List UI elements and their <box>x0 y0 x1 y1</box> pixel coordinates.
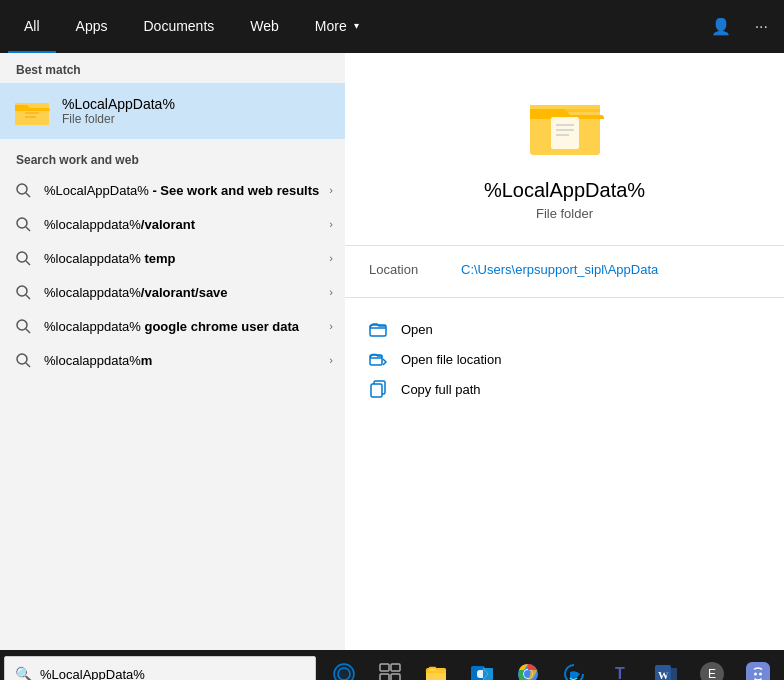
copy-full-path-action[interactable]: Copy full path <box>345 374 784 404</box>
svg-point-7 <box>17 218 27 228</box>
folder-icon-small <box>14 93 50 129</box>
person-icon-button[interactable]: 👤 <box>703 11 739 42</box>
chevron-right-icon: › <box>329 252 333 264</box>
search-item-text: %LocalAppData% - See work and web result… <box>44 183 331 198</box>
left-panel: Best match %LocalAppData% File folder <box>0 53 345 650</box>
search-icon <box>14 249 32 267</box>
search-icon <box>14 215 32 233</box>
taskbar-icons: T W E <box>322 652 780 680</box>
copy-full-path-label: Copy full path <box>401 382 481 397</box>
folder-open-icon <box>369 320 387 338</box>
outlook-button[interactable] <box>460 652 504 680</box>
best-match-text: %LocalAppData% File folder <box>62 96 175 126</box>
chrome-button[interactable] <box>506 652 550 680</box>
search-item-text: %localappdata%/valorant/save <box>44 285 331 300</box>
svg-line-16 <box>26 363 30 367</box>
discord-icon <box>746 662 770 680</box>
search-icon <box>14 283 32 301</box>
cortana-button[interactable] <box>322 652 366 680</box>
search-item-text: %localappdata%m <box>44 353 331 368</box>
chevron-right-icon: › <box>329 184 333 196</box>
list-item[interactable]: %localappdata%m › <box>0 343 345 377</box>
svg-rect-31 <box>391 674 400 680</box>
svg-point-9 <box>17 252 27 262</box>
edge-icon <box>562 662 586 680</box>
taskbar-search-icon: 🔍 <box>15 666 32 680</box>
taskbar-search-input[interactable] <box>40 667 305 681</box>
svg-rect-17 <box>551 117 579 149</box>
task-view-icon <box>378 662 402 680</box>
taskbar-search-box[interactable]: 🔍 <box>4 656 316 680</box>
divider <box>345 245 784 246</box>
profile-icon: E <box>700 662 724 680</box>
open-action[interactable]: Open <box>345 314 784 344</box>
folder-large-icon <box>525 83 605 163</box>
chevron-right-icon: › <box>329 320 333 332</box>
edge-button[interactable] <box>552 652 596 680</box>
svg-point-11 <box>17 286 27 296</box>
word-icon: W <box>654 662 678 680</box>
discord-button[interactable] <box>736 652 780 680</box>
svg-line-12 <box>26 295 30 299</box>
search-icon <box>14 317 32 335</box>
divider-2 <box>345 297 784 298</box>
svg-line-10 <box>26 261 30 265</box>
profile-button[interactable]: E <box>690 652 734 680</box>
svg-point-15 <box>17 354 27 364</box>
chevron-right-icon: › <box>329 218 333 230</box>
more-options-button[interactable]: ··· <box>747 12 776 42</box>
svg-rect-29 <box>391 664 400 671</box>
best-match-subtitle: File folder <box>62 112 175 126</box>
chevron-right-icon: › <box>329 286 333 298</box>
svg-line-8 <box>26 227 30 231</box>
tab-web[interactable]: Web <box>234 0 295 53</box>
svg-rect-41 <box>667 668 677 680</box>
person-icon: 👤 <box>711 18 731 35</box>
open-file-location-label: Open file location <box>401 352 501 367</box>
list-item[interactable]: %localappdata% temp › <box>0 241 345 275</box>
tab-apps[interactable]: Apps <box>60 0 124 53</box>
main-area: Best match %LocalAppData% File folder <box>0 53 784 650</box>
right-panel: %LocalAppData% File folder Location C:\U… <box>345 53 784 650</box>
open-file-location-action[interactable]: Open file location <box>345 344 784 374</box>
list-item[interactable]: %localappdata%/valorant/save › <box>0 275 345 309</box>
result-title: %LocalAppData% <box>484 179 645 202</box>
svg-rect-30 <box>380 674 389 680</box>
chevron-down-icon: ▾ <box>354 20 359 31</box>
word-button[interactable]: W <box>644 652 688 680</box>
best-match-title: %LocalAppData% <box>62 96 175 112</box>
nav-right-icons: 👤 ··· <box>703 11 776 42</box>
task-view-button[interactable] <box>368 652 412 680</box>
location-link[interactable]: C:\Users\erpsupport_sipl\AppData <box>461 262 658 277</box>
tab-documents[interactable]: Documents <box>127 0 230 53</box>
folder-location-icon <box>369 350 387 368</box>
svg-point-13 <box>17 320 27 330</box>
ellipsis-icon: ··· <box>755 18 768 35</box>
svg-rect-24 <box>371 384 382 397</box>
svg-point-43 <box>754 673 757 676</box>
copy-icon <box>369 380 387 398</box>
best-match-item[interactable]: %LocalAppData% File folder <box>0 83 345 139</box>
svg-point-44 <box>759 673 762 676</box>
teams-icon: T <box>608 662 632 680</box>
svg-line-6 <box>26 193 30 197</box>
location-row: Location C:\Users\erpsupport_sipl\AppDat… <box>345 262 784 277</box>
top-navigation: All Apps Documents Web More ▾ 👤 ··· <box>0 0 784 53</box>
file-explorer-button[interactable] <box>414 652 458 680</box>
svg-rect-42 <box>746 662 770 680</box>
search-web-header: Search work and web <box>0 141 345 173</box>
search-item-text: %localappdata% google chrome user data <box>44 319 331 334</box>
svg-rect-28 <box>380 664 389 671</box>
teams-button[interactable]: T <box>598 652 642 680</box>
search-icon <box>14 181 32 199</box>
list-item[interactable]: %localappdata%/valorant › <box>0 207 345 241</box>
list-item[interactable]: %localappdata% google chrome user data › <box>0 309 345 343</box>
tab-more[interactable]: More ▾ <box>299 0 375 53</box>
file-explorer-icon <box>424 662 448 680</box>
list-item[interactable]: %LocalAppData% - See work and web result… <box>0 173 345 207</box>
chevron-right-icon: › <box>329 354 333 366</box>
search-item-text: %localappdata% temp <box>44 251 331 266</box>
open-label: Open <box>401 322 433 337</box>
tab-all[interactable]: All <box>8 0 56 53</box>
chrome-icon <box>516 662 540 680</box>
